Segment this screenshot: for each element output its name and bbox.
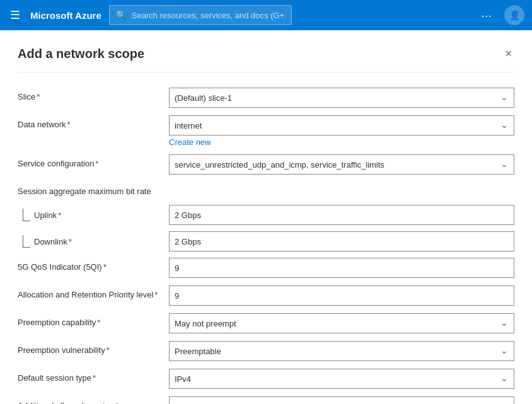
- top-navigation: ☰ Microsoft Azure 🔍 ··· 👤: [0, 0, 532, 30]
- preemption-cap-select[interactable]: May not preempt: [169, 313, 514, 333]
- default-session-control: IPv4: [169, 369, 514, 389]
- session-agg-label-row: Session aggregate maximum bit rate: [18, 182, 514, 202]
- service-config-label: Service configuration*: [18, 154, 169, 170]
- allocation-row: Allocation and Retention Priority level*: [18, 286, 514, 306]
- downlink-label: Downlink*: [34, 237, 72, 246]
- default-session-row: Default session type* IPv4: [18, 369, 514, 389]
- additional-session-control: IPv6: [169, 396, 514, 404]
- data-network-select-wrapper: internet: [169, 115, 514, 136]
- slice-row: Slice* (Default) slice-1: [18, 88, 514, 108]
- uplink-input[interactable]: [169, 205, 514, 225]
- azure-logo: Microsoft Azure: [30, 10, 101, 21]
- more-options-icon[interactable]: ···: [476, 6, 497, 25]
- downlink-control: [169, 231, 514, 251]
- avatar[interactable]: 👤: [504, 5, 524, 25]
- session-agg-label: Session aggregate maximum bit rate: [18, 182, 169, 197]
- preemption-cap-label: Preemption capability*: [18, 313, 169, 328]
- avatar-icon: 👤: [509, 10, 520, 20]
- additional-session-label: Additional allowed session types: [18, 396, 169, 404]
- preemption-vul-control: Preemptable: [169, 341, 514, 361]
- data-network-label: Data network*: [18, 115, 169, 130]
- hamburger-menu-icon[interactable]: ☰: [8, 6, 23, 25]
- create-new-link[interactable]: Create new: [169, 137, 211, 147]
- tree-indent-downlink: Downlink*: [18, 235, 72, 248]
- search-icon: 🔍: [116, 10, 127, 20]
- qos-control: [169, 258, 514, 278]
- tree-indent-uplink: Uplink*: [18, 209, 61, 221]
- additional-session-select-wrapper: IPv6: [169, 396, 514, 404]
- service-config-select-wrapper: service_unrestricted_udp_and_icmp, servi…: [169, 154, 514, 175]
- additional-session-row: Additional allowed session types IPv6: [18, 396, 514, 404]
- add-network-scope-panel: Add a network scope × Slice* (Default) s…: [0, 30, 532, 404]
- uplink-control: [169, 205, 514, 225]
- slice-select[interactable]: (Default) slice-1: [169, 88, 514, 108]
- default-session-select[interactable]: IPv4: [169, 369, 514, 389]
- preemption-vul-row: Preemption vulnerability* Preemptable: [18, 341, 514, 361]
- preemption-cap-select-wrapper: May not preempt: [169, 313, 514, 333]
- preemption-cap-control: May not preempt: [169, 313, 514, 333]
- tree-line-downlink: [23, 235, 30, 248]
- tree-line-uplink: [23, 209, 30, 221]
- qos-row: 5G QoS Indicator (5QI)*: [18, 258, 514, 278]
- search-input[interactable]: [132, 11, 285, 20]
- preemption-cap-row: Preemption capability* May not preempt: [18, 313, 514, 333]
- uplink-label-wrap: Uplink*: [18, 209, 169, 221]
- service-config-row: Service configuration* service_unrestric…: [18, 154, 514, 175]
- additional-session-select[interactable]: IPv6: [169, 396, 514, 404]
- downlink-row: Downlink*: [18, 231, 514, 251]
- default-session-label: Default session type*: [18, 369, 169, 384]
- downlink-input[interactable]: [169, 231, 514, 251]
- slice-control: (Default) slice-1: [169, 88, 514, 108]
- slice-label: Slice*: [18, 88, 169, 103]
- close-button[interactable]: ×: [502, 45, 514, 62]
- allocation-input[interactable]: [169, 286, 514, 306]
- uplink-label: Uplink*: [34, 211, 61, 220]
- service-config-select[interactable]: service_unrestricted_udp_and_icmp, servi…: [169, 154, 514, 175]
- main-content: Add a network scope × Slice* (Default) s…: [0, 30, 532, 404]
- data-network-row: Data network* internet Create new: [18, 115, 514, 147]
- search-bar[interactable]: 🔍: [109, 5, 292, 25]
- preemption-vul-select-wrapper: Preemptable: [169, 341, 514, 361]
- data-network-control: internet Create new: [169, 115, 514, 147]
- allocation-label: Allocation and Retention Priority level*: [18, 286, 169, 301]
- qos-input[interactable]: [169, 258, 514, 278]
- panel-header: Add a network scope ×: [18, 45, 514, 72]
- downlink-label-wrap: Downlink*: [18, 235, 169, 248]
- panel-title: Add a network scope: [18, 47, 144, 61]
- slice-select-wrapper: (Default) slice-1: [169, 88, 514, 108]
- service-config-control: service_unrestricted_udp_and_icmp, servi…: [169, 154, 514, 175]
- data-network-select[interactable]: internet: [169, 115, 514, 136]
- uplink-row: Uplink*: [18, 205, 514, 225]
- allocation-control: [169, 286, 514, 306]
- default-session-select-wrapper: IPv4: [169, 369, 514, 389]
- preemption-vul-select[interactable]: Preemptable: [169, 341, 514, 361]
- qos-label: 5G QoS Indicator (5QI)*: [18, 258, 169, 273]
- preemption-vul-label: Preemption vulnerability*: [18, 341, 169, 356]
